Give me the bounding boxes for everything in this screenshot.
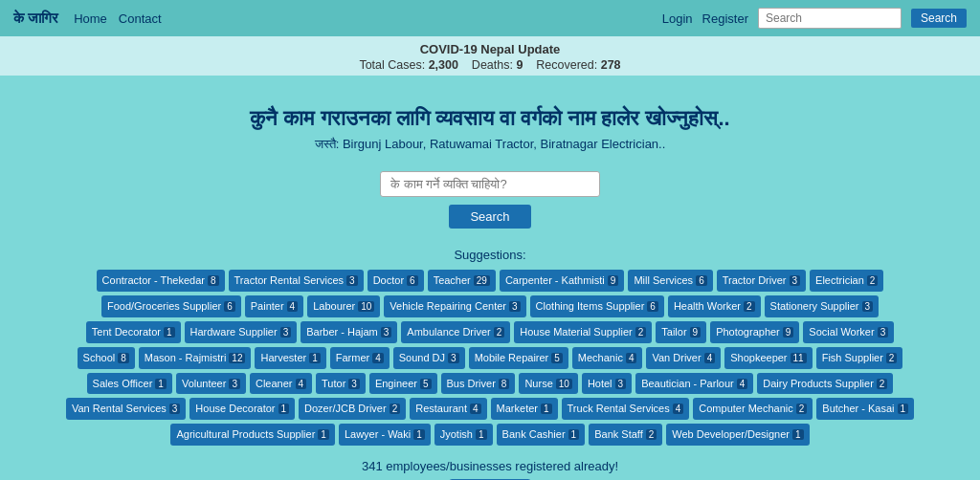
covid-recovered-label: Recovered:: [536, 58, 597, 72]
suggestion-tag[interactable]: Mill Services6: [628, 270, 712, 292]
suggestion-tag[interactable]: Computer Mechanic2: [693, 398, 813, 420]
suggestion-tag[interactable]: Social Worker3: [803, 321, 894, 343]
suggestion-tag[interactable]: Tractor Driver3: [717, 270, 806, 292]
suggestion-tag[interactable]: Barber - Hajam3: [301, 321, 397, 343]
covid-title: COVID-19 Nepal Update: [0, 42, 980, 56]
suggestion-tag[interactable]: Mechanic4: [572, 347, 643, 369]
suggestion-tag[interactable]: Painter4: [245, 295, 303, 317]
suggestion-tag[interactable]: Van Driver4: [646, 347, 721, 369]
suggestion-tag[interactable]: Farmer4: [330, 347, 390, 369]
suggestion-tag[interactable]: Tutor3: [316, 373, 366, 395]
suggestion-tag[interactable]: Doctor6: [368, 270, 424, 292]
suggestions-container: Contractor - Thekedar8Tractor Rental Ser…: [50, 268, 930, 447]
covid-deaths-label: Deaths:: [472, 58, 513, 72]
suggestion-tag[interactable]: Labourer10: [307, 295, 380, 317]
suggestion-tag[interactable]: Cleaner4: [250, 373, 312, 395]
suggestion-tag[interactable]: Contractor - Thekedar8: [97, 270, 225, 292]
covid-total-value: 2,300: [429, 58, 458, 72]
registered-text: 341 employees/businesses registered alre…: [0, 459, 980, 473]
search-box: Search: [19, 171, 961, 229]
brand-logo: के जागिर: [13, 10, 58, 27]
suggestion-tag[interactable]: Truck Rental Services4: [562, 398, 690, 420]
suggestion-tag[interactable]: Butcher - Kasai1: [816, 398, 914, 420]
suggestion-tag[interactable]: Engineer5: [369, 373, 437, 395]
suggestion-tag[interactable]: Jyotish1: [434, 424, 493, 446]
suggestion-tag[interactable]: Health Worker2: [668, 295, 761, 317]
hero-title: कुनै काम गराउनका लागि व्यवसाय वा वर्गको …: [19, 106, 961, 131]
suggestion-tag[interactable]: House Material Supplier2: [514, 321, 652, 343]
suggestion-tag[interactable]: Carpenter - Kathmisti9: [500, 270, 625, 292]
suggestion-tag[interactable]: Agricultural Products Supplier1: [170, 424, 334, 446]
navbar: के जागिर Home Contact Login Register Sea…: [0, 0, 980, 36]
hero-search-button[interactable]: Search: [449, 205, 530, 229]
suggestion-tag[interactable]: Nurse10: [519, 373, 577, 395]
suggestion-tag[interactable]: Tractor Rental Services3: [229, 270, 364, 292]
suggestion-tag[interactable]: Van Rental Services3: [66, 398, 186, 420]
suggestion-tag[interactable]: Electrician2: [810, 270, 883, 292]
login-link[interactable]: Login: [662, 11, 693, 26]
suggestion-tag[interactable]: Web Developer/Designer1: [666, 424, 809, 446]
suggestions-label: Suggestions:: [0, 248, 980, 262]
suggestion-tag[interactable]: Tailor9: [656, 321, 706, 343]
suggestion-tag[interactable]: Ambulance Driver2: [401, 321, 510, 343]
navbar-search-button[interactable]: Search: [911, 9, 967, 28]
nav-links: Home Contact: [74, 11, 647, 26]
suggestion-tag[interactable]: Beautician - Parlour4: [635, 373, 753, 395]
suggestion-tag[interactable]: Dozer/JCB Driver2: [299, 398, 406, 420]
suggestion-tag[interactable]: Hotel3: [582, 373, 632, 395]
suggestion-tag[interactable]: Clothing Items Supplier6: [530, 295, 664, 317]
suggestion-tag[interactable]: Tent Decorator1: [86, 321, 181, 343]
suggestion-tag[interactable]: School8: [78, 347, 135, 369]
suggestion-tag[interactable]: Dairy Products Supplier2: [757, 373, 893, 395]
suggestion-tag[interactable]: House Decorator1: [189, 398, 295, 420]
suggestion-tag[interactable]: Mason - Rajmistri12: [139, 347, 252, 369]
navbar-search-input[interactable]: [758, 8, 902, 29]
suggestion-tag[interactable]: Vehicle Repairing Center3: [384, 295, 525, 317]
suggestion-tag[interactable]: Bank Staff2: [589, 424, 662, 446]
suggestion-tag[interactable]: Teacher29: [428, 270, 496, 292]
suggestion-tag[interactable]: Food/Groceries Supplier6: [101, 295, 241, 317]
suggestion-tag[interactable]: Marketer1: [491, 398, 558, 420]
covid-recovered-value: 278: [601, 58, 621, 72]
covid-bar: COVID-19 Nepal Update Total Cases: 2,300…: [0, 36, 980, 76]
covid-deaths-value: 9: [516, 58, 523, 72]
suggestion-tag[interactable]: Sound DJ3: [393, 347, 465, 369]
hero-search-input[interactable]: [380, 171, 600, 197]
navbar-right: Login Register Search: [662, 8, 967, 29]
suggestion-tag[interactable]: Stationery Supplier3: [765, 295, 880, 317]
suggestion-tag[interactable]: Sales Officer1: [87, 373, 172, 395]
suggestion-tag[interactable]: Shopkeeper11: [724, 347, 812, 369]
suggestion-tag[interactable]: Restaurant4: [410, 398, 486, 420]
covid-stats: Total Cases: 2,300 Deaths: 9 Recovered: …: [0, 58, 980, 72]
nav-home[interactable]: Home: [74, 11, 107, 26]
suggestion-tag[interactable]: Bus Driver8: [441, 373, 516, 395]
suggestion-tag[interactable]: Fish Supplier2: [816, 347, 903, 369]
nav-contact[interactable]: Contact: [119, 11, 162, 26]
suggestion-tag[interactable]: Lawyer - Waki1: [339, 424, 431, 446]
suggestion-tag[interactable]: Photographer9: [710, 321, 799, 343]
register-link[interactable]: Register: [702, 11, 748, 26]
hero-section: कुनै काम गराउनका लागि व्यवसाय वा वर्गको …: [0, 76, 980, 244]
suggestion-tag[interactable]: Volunteer3: [176, 373, 246, 395]
suggestion-tag[interactable]: Harvester1: [255, 347, 325, 369]
suggestion-tag[interactable]: Mobile Repairer5: [469, 347, 568, 369]
suggestion-tag[interactable]: Hardware Supplier3: [185, 321, 298, 343]
hero-subtitle: जस्तै: Birgunj Labour, Ratuwamai Tractor…: [19, 137, 961, 152]
covid-total-label: Total Cases:: [359, 58, 425, 72]
suggestion-tag[interactable]: Bank Cashier1: [497, 424, 586, 446]
